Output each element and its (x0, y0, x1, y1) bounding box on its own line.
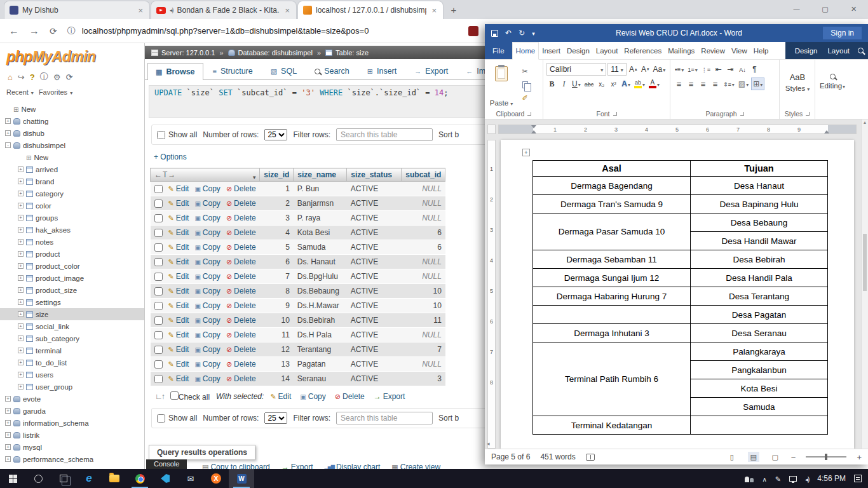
breadcrumb-item[interactable]: Database: dishubsimpel (228, 49, 313, 57)
docs-info-icon[interactable] (40, 71, 48, 83)
row-checkbox[interactable] (154, 375, 163, 383)
show-all-checkbox[interactable] (157, 131, 165, 139)
cell-tujuan[interactable]: Desa Seranau (691, 324, 828, 342)
pma-logo[interactable]: phpMyAdmin (0, 43, 144, 67)
copy-link[interactable]: ▣Copy (194, 301, 220, 310)
cell-tujuan[interactable]: Desa Terantang (691, 287, 828, 306)
dialog-launcher-icon[interactable] (613, 112, 617, 116)
strikethrough-button[interactable] (583, 78, 595, 90)
ribbon-tab-design[interactable]: Design (564, 42, 593, 59)
start-button[interactable] (0, 469, 25, 488)
doc-col-asal[interactable]: Asal (533, 161, 691, 177)
taskbar-word[interactable]: W (229, 469, 254, 488)
expander-icon[interactable]: + (18, 215, 24, 220)
font-size-select[interactable]: 11 (607, 63, 627, 76)
edit-link[interactable]: ✎Edit (168, 257, 189, 266)
tree-item[interactable]: +product_image (0, 272, 144, 284)
help-icon[interactable] (30, 72, 35, 82)
tab-close-icon[interactable]: × (137, 6, 144, 15)
ribbon-tab-file[interactable]: File (485, 42, 512, 59)
cell-tujuan[interactable]: Kota Besi (691, 379, 828, 398)
word-count[interactable]: 451 words (540, 452, 575, 461)
taskbar-mail[interactable]: ✉ (178, 469, 203, 488)
expander-icon[interactable]: + (18, 384, 24, 390)
edit-link[interactable]: ✎Edit (168, 228, 189, 237)
editing-button[interactable]: Editing (818, 63, 846, 100)
bottom-1-link[interactable]: →Export (281, 463, 313, 469)
expander-icon[interactable]: + (18, 251, 24, 257)
tree-item[interactable]: +chatting (0, 115, 144, 127)
cell-asal[interactable]: Dermaga Sungai Ijum 12 (533, 269, 691, 287)
ribbon-tab-layout[interactable]: Layout (593, 42, 621, 59)
show-all-toggle[interactable]: Show all (157, 130, 197, 139)
tree-item[interactable]: +dishub (0, 127, 144, 139)
cortana-button[interactable] (25, 469, 51, 488)
settings-gear-icon[interactable] (53, 72, 61, 82)
subscript-button[interactable] (596, 78, 607, 90)
read-mode-button[interactable] (726, 452, 738, 462)
taskbar-edge[interactable]: e (76, 469, 102, 488)
volume-icon[interactable] (805, 473, 809, 484)
cell-asal[interactable] (533, 306, 691, 324)
delete-link[interactable]: ⊘Delete (226, 301, 256, 310)
redo-icon[interactable] (519, 29, 525, 37)
minimize-button[interactable] (782, 0, 811, 18)
bullets-button[interactable] (674, 63, 685, 76)
edit-link[interactable]: ✎Edit (168, 214, 189, 222)
edit-link[interactable]: ✎Edit (168, 272, 189, 281)
page-indicator[interactable]: Page 5 of 6 (491, 452, 530, 461)
selected-export-link[interactable]: →Export (374, 392, 405, 401)
expander-icon[interactable]: + (18, 348, 24, 353)
logout-icon[interactable] (18, 72, 25, 82)
edit-link[interactable]: ✎Edit (168, 316, 189, 325)
reload-button[interactable] (50, 25, 57, 37)
edit-link[interactable]: ✎Edit (168, 345, 189, 354)
show-hidden-icons[interactable] (762, 473, 766, 484)
tab-audio-icon[interactable]: ◂) (170, 7, 173, 13)
expander-icon[interactable]: + (18, 360, 24, 365)
context-tab-design[interactable]: Design (790, 47, 823, 55)
dialog-launcher-icon[interactable] (527, 112, 531, 116)
tab-close-icon[interactable]: × (283, 6, 291, 15)
ribbon-tab-help[interactable]: Help (750, 42, 772, 59)
ribbon-tab-view[interactable]: View (728, 42, 750, 59)
align-left-button[interactable] (674, 78, 684, 90)
filter-input[interactable] (336, 412, 433, 424)
row-checkbox[interactable] (154, 258, 163, 266)
taskbar-clock[interactable]: 4:56 PM (817, 474, 846, 483)
zoom-in-button[interactable] (857, 452, 862, 462)
rows-select[interactable]: 25 (264, 412, 287, 424)
expander-icon[interactable]: + (5, 118, 11, 124)
cell-tujuan[interactable]: Desa Pagatan (691, 306, 828, 324)
expander-icon[interactable]: + (18, 372, 24, 377)
tree-item[interactable]: -dishubsimpel (0, 139, 144, 151)
tree-item[interactable]: +product (0, 248, 144, 260)
qat-customize-icon[interactable] (532, 29, 535, 37)
proofing-icon[interactable] (586, 454, 595, 461)
filter-input[interactable] (336, 128, 433, 141)
edit-link[interactable]: ✎Edit (168, 184, 189, 193)
taskbar-chrome[interactable] (127, 469, 153, 488)
expander-icon[interactable]: + (18, 287, 24, 293)
expander-icon[interactable]: + (5, 420, 11, 426)
scrollbar-thumb[interactable] (863, 234, 867, 291)
change-case-button[interactable]: Aa (652, 63, 667, 76)
cell-tujuan[interactable]: Desa Handil Pala (691, 269, 828, 287)
tree-item[interactable]: +size (0, 308, 144, 320)
tree-item[interactable]: +product_size (0, 284, 144, 296)
column-header-size_id[interactable]: size_id (260, 168, 294, 182)
expander-icon[interactable]: + (5, 408, 11, 414)
delete-link[interactable]: ⊘Delete (226, 360, 256, 369)
row-checkbox[interactable] (154, 316, 163, 325)
tree-item[interactable]: New (0, 103, 144, 115)
breadcrumb-item[interactable]: Server: 127.0.0.1 (151, 49, 215, 57)
tree-item[interactable]: +evote (0, 393, 144, 405)
copy-link[interactable]: ▣Copy (194, 199, 220, 208)
dialog-launcher-icon[interactable] (740, 112, 744, 116)
bottom-2-link[interactable]: ▂▅▇Display chart (324, 463, 380, 469)
cell-asal[interactable]: Terminal Patih Rumbih 6 (533, 342, 691, 416)
expander-icon[interactable]: + (18, 239, 24, 245)
tree-item[interactable]: +users (0, 369, 144, 381)
edit-link[interactable]: ✎Edit (168, 243, 189, 252)
rows-select[interactable]: 25 (264, 129, 287, 140)
